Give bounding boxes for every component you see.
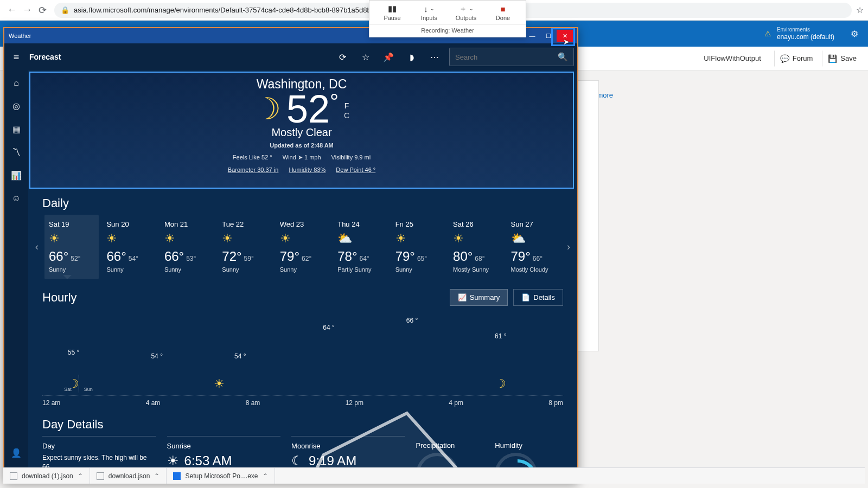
chevron-down-icon: ⌄ <box>430 6 435 11</box>
unit-toggle[interactable]: F C <box>344 101 349 120</box>
save-button[interactable]: 💾Save <box>822 50 863 67</box>
daily-card[interactable]: Sat 26☀80°68°Mostly Sunny <box>449 215 503 279</box>
hamburger-icon[interactable]: ≡ <box>9 52 24 63</box>
day-name: Tue 22 <box>222 220 267 228</box>
history-icon[interactable]: 📊 <box>11 170 22 181</box>
updated-text: Updated as of 2:48 AM <box>30 142 573 149</box>
chevron-up-icon[interactable]: ⌃ <box>154 472 159 480</box>
day-condition: Mostly Cloudy <box>511 266 557 273</box>
daily-card[interactable]: Fri 25☀79°65°Sunny <box>391 215 445 279</box>
search-box[interactable]: 🔍 <box>449 48 574 66</box>
warning-icon: ⚠ <box>764 29 771 38</box>
recorder-toolbar: ▮▮Pause ↓⌄Inputs ＋⌄Outputs ■Done Recordi… <box>369 0 526 37</box>
downloads-bar: download (1).json⌃ download.json⌃ Setup … <box>3 467 865 484</box>
day-name: Wed 23 <box>280 220 326 228</box>
day-name: Mon 21 <box>164 220 210 228</box>
recorder-done-button[interactable]: ■Done <box>484 3 521 21</box>
day-name: Sat 26 <box>453 220 499 228</box>
forum-link[interactable]: 💬Forum <box>774 50 819 67</box>
hourly-point: 66 ° <box>406 317 418 324</box>
favorite-icon[interactable]: ☆ <box>355 52 376 62</box>
low-temp: 66° <box>533 255 542 262</box>
pin-icon[interactable]: 📌 <box>378 52 399 62</box>
current-conditions-hero[interactable]: Washington, DC ☽ 52° F C Mostly Clear Up… <box>29 72 574 189</box>
daily-next-button[interactable]: › <box>564 241 573 253</box>
high-temp: 66° <box>164 249 184 264</box>
weather-icon: ☀ <box>49 232 94 246</box>
home-icon[interactable]: ⌂ <box>14 78 19 88</box>
hourly-point: 54 ° <box>234 352 246 360</box>
environment-picker[interactable]: Environments enayu.com (default) <box>777 27 834 41</box>
day-name: Thu 24 <box>337 220 383 228</box>
daily-card[interactable]: Sun 20☀66°54°Sunny <box>102 215 156 279</box>
chevron-up-icon[interactable]: ⌃ <box>78 472 83 480</box>
chart-icon: 📈 <box>458 293 467 301</box>
pause-icon: ▮▮ <box>374 3 411 15</box>
hourly-details-button[interactable]: 📄Details <box>513 289 563 306</box>
recorder-pause-button[interactable]: ▮▮Pause <box>374 3 411 21</box>
daily-card[interactable]: Mon 21☀66°53°Sunny <box>160 215 214 279</box>
chat-icon: 💬 <box>780 54 789 63</box>
list-icon: 📄 <box>521 293 530 301</box>
daily-card[interactable]: Sat 19☀66°52°Sunny <box>44 215 99 279</box>
refresh-icon[interactable]: ⟳ <box>332 52 353 62</box>
daily-card[interactable]: Thu 24⛅78°64°Partly Sunny <box>333 215 387 279</box>
cursor-icon: ➤ <box>563 37 570 46</box>
daily-card[interactable]: Sun 27⛅79°66°Mostly Cloudy <box>507 215 561 279</box>
low-temp: 64° <box>359 255 369 262</box>
condition-text: Mostly Clear <box>30 126 573 139</box>
recorder-outputs-button[interactable]: ＋⌄Outputs <box>448 3 484 21</box>
download-chip[interactable]: download.json⌃ <box>90 468 167 484</box>
gear-icon[interactable]: ⚙ <box>851 29 858 39</box>
forward-button[interactable]: → <box>20 3 35 18</box>
url-text: asia.flow.microsoft.com/manage/environme… <box>74 6 400 14</box>
account-icon[interactable]: 👤 <box>11 448 22 458</box>
search-input[interactable] <box>455 53 558 61</box>
more-icon[interactable]: ⋯ <box>424 52 445 62</box>
maximize-button[interactable]: ☐ <box>540 30 557 42</box>
weather-icon: ⛅ <box>337 232 383 246</box>
top-icons: ⟳ ☆ 📌 ◗ ⋯ <box>332 52 445 62</box>
reload-button[interactable]: ⟳ <box>35 3 50 18</box>
hourly-title: Hourly <box>42 291 77 305</box>
unit-c[interactable]: C <box>344 111 349 120</box>
trends-icon[interactable]: 〽 <box>12 147 21 157</box>
moon-icon[interactable]: ◗ <box>401 52 422 62</box>
daily-card[interactable]: Wed 23☀79°62°Sunny <box>276 215 330 279</box>
plus-icon: ＋ <box>459 4 467 14</box>
daily-prev-button[interactable]: ‹ <box>33 241 41 253</box>
radar-icon[interactable]: ◎ <box>12 101 20 111</box>
save-icon: 💾 <box>828 54 837 63</box>
back-button[interactable]: ← <box>4 3 20 18</box>
download-chip[interactable]: download (1).json⌃ <box>3 468 90 484</box>
weather-content: Washington, DC ☽ 52° F C Mostly Clear Up… <box>28 70 577 481</box>
close-button[interactable]: ✕ ➤ <box>557 30 573 42</box>
low-temp: 53° <box>186 255 196 262</box>
high-temp: 66° <box>106 249 126 264</box>
weather-icon: ☀ <box>106 232 152 246</box>
hourly-chart[interactable]: 55 ° 54 ° 54 ° 64 ° 66 ° 61 ° ☽ ☀ ☽ Sat … <box>42 309 563 396</box>
day-condition: Sunny <box>222 266 267 273</box>
day-condition: Sunny <box>106 266 152 273</box>
maps-icon[interactable]: ▦ <box>12 124 21 134</box>
day-condition: Mostly Sunny <box>453 266 499 273</box>
stop-icon: ■ <box>484 3 521 15</box>
weather-icon: ☀ <box>164 232 210 246</box>
bookmark-star-icon[interactable]: ☆ <box>856 5 864 15</box>
daily-card[interactable]: Tue 22☀72°59°Sunny <box>218 215 272 279</box>
search-icon[interactable]: 🔍 <box>558 52 568 62</box>
daily-title: Daily <box>42 196 577 210</box>
chevron-up-icon[interactable]: ⌃ <box>263 472 268 480</box>
day-name: Sat 19 <box>49 220 94 228</box>
moon-icon: ☽ <box>254 94 281 124</box>
high-temp: 80° <box>453 249 473 264</box>
flow-name[interactable]: UIFlowWithOutput <box>704 54 761 62</box>
smile-icon[interactable]: ☺ <box>12 194 21 203</box>
weather-icon: ☀ <box>453 232 499 246</box>
weather-icon: ☀ <box>222 232 267 246</box>
minimize-button[interactable]: — <box>524 30 540 42</box>
download-chip[interactable]: Setup Microsoft Po....exe⌃ <box>167 468 275 484</box>
hourly-summary-button[interactable]: 📈Summary <box>450 289 508 306</box>
recorder-inputs-button[interactable]: ↓⌄Inputs <box>411 3 448 21</box>
unit-f[interactable]: F <box>344 101 349 111</box>
